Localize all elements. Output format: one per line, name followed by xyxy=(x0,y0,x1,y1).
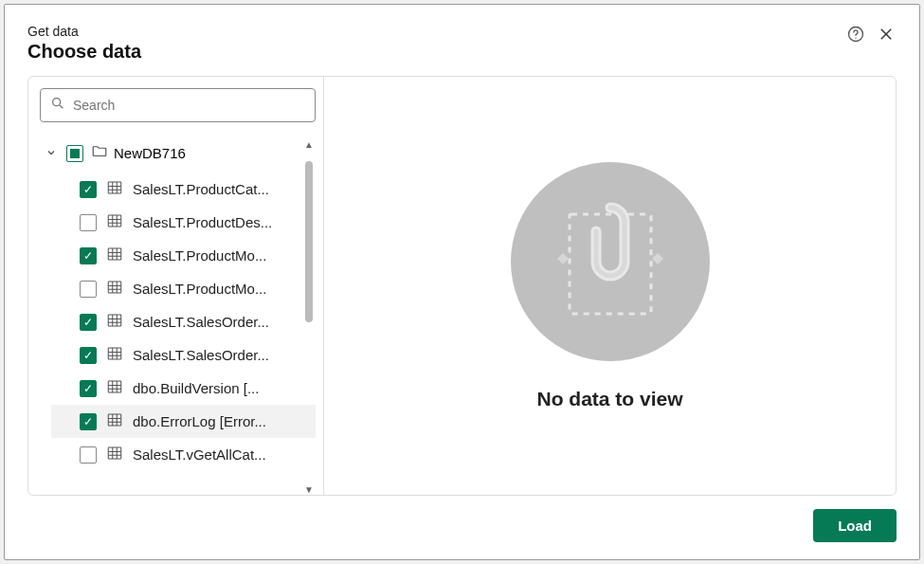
table-row[interactable]: dbo.ErrorLog [Error... xyxy=(51,405,316,438)
table-icon xyxy=(106,445,123,464)
folder-icon xyxy=(91,143,106,163)
table-row[interactable]: SalesLT.ProductCat... xyxy=(51,173,316,206)
table-label: SalesLT.ProductDes... xyxy=(133,214,272,230)
svg-rect-26 xyxy=(108,315,121,326)
tree-wrap: NewDB716 SalesLT.ProductCat...SalesLT.Pr… xyxy=(40,139,316,495)
svg-point-4 xyxy=(53,99,61,106)
header-subtitle: Get data xyxy=(27,24,141,39)
placeholder-graphic xyxy=(511,162,710,361)
svg-rect-6 xyxy=(108,182,121,193)
table-label: SalesLT.SalesOrder... xyxy=(133,314,269,330)
table-icon xyxy=(106,411,123,431)
table-label: SalesLT.ProductMo... xyxy=(133,247,266,264)
tree-scroll[interactable]: NewDB716 SalesLT.ProductCat...SalesLT.Pr… xyxy=(40,139,316,495)
table-label: dbo.BuildVersion [... xyxy=(133,380,259,396)
table-checkbox[interactable] xyxy=(80,181,97,198)
help-icon[interactable] xyxy=(845,24,866,45)
table-label: SalesLT.SalesOrder... xyxy=(133,347,269,363)
svg-point-1 xyxy=(855,38,856,39)
table-label: SalesLT.ProductCat... xyxy=(133,181,269,197)
scrollbar[interactable]: ▲ ▼ xyxy=(304,139,314,495)
svg-rect-21 xyxy=(108,282,121,293)
modal-header: Get data Choose data xyxy=(27,24,897,63)
database-checkbox[interactable] xyxy=(66,145,83,162)
table-row[interactable]: dbo.BuildVersion [... xyxy=(51,372,316,405)
table-row[interactable]: SalesLT.SalesOrder... xyxy=(51,338,316,372)
table-row[interactable]: SalesLT.ProductMo... xyxy=(51,272,316,305)
get-data-modal: Get data Choose data xyxy=(4,4,920,560)
search-icon xyxy=(50,96,65,115)
svg-rect-16 xyxy=(108,248,121,260)
database-name: NewDB716 xyxy=(114,145,186,161)
table-icon xyxy=(106,312,123,332)
table-checkbox[interactable] xyxy=(80,446,97,464)
svg-rect-51 xyxy=(570,214,651,314)
search-box[interactable] xyxy=(40,88,316,122)
svg-line-5 xyxy=(60,105,63,108)
table-label: SalesLT.ProductMo... xyxy=(133,281,266,297)
table-icon xyxy=(106,345,123,365)
table-icon xyxy=(106,179,123,199)
table-row[interactable]: SalesLT.SalesOrder... xyxy=(51,305,316,338)
content-box: NewDB716 SalesLT.ProductCat...SalesLT.Pr… xyxy=(27,76,897,496)
table-checkbox[interactable] xyxy=(80,413,97,430)
svg-rect-46 xyxy=(108,447,121,459)
scroll-up-icon[interactable]: ▲ xyxy=(304,139,314,150)
scroll-down-icon[interactable]: ▼ xyxy=(304,484,314,495)
search-input[interactable] xyxy=(73,98,305,113)
table-row[interactable]: SalesLT.ProductDes... xyxy=(51,206,316,239)
table-row[interactable]: SalesLT.ProductMo... xyxy=(51,239,316,272)
header-icons xyxy=(845,24,897,45)
table-icon xyxy=(106,378,123,398)
placeholder-text: No data to view xyxy=(536,388,682,410)
table-list: SalesLT.ProductCat...SalesLT.ProductDes.… xyxy=(51,173,316,471)
load-button[interactable]: Load xyxy=(813,509,897,542)
svg-rect-36 xyxy=(108,381,121,392)
table-label: SalesLT.vGetAllCat... xyxy=(133,446,266,463)
database-row[interactable]: NewDB716 xyxy=(40,139,316,167)
close-icon[interactable] xyxy=(876,24,897,45)
table-checkbox[interactable] xyxy=(80,380,97,397)
table-checkbox[interactable] xyxy=(80,347,97,364)
svg-rect-31 xyxy=(108,348,121,359)
table-icon xyxy=(106,212,123,232)
table-icon xyxy=(106,279,123,299)
header-texts: Get data Choose data xyxy=(27,24,141,63)
table-checkbox[interactable] xyxy=(80,247,97,264)
navigator-pane: NewDB716 SalesLT.ProductCat...SalesLT.Pr… xyxy=(28,77,324,495)
table-label: dbo.ErrorLog [Error... xyxy=(133,413,266,429)
table-row[interactable]: SalesLT.vGetAllCat... xyxy=(51,438,316,471)
header-title: Choose data xyxy=(27,41,141,63)
preview-pane: No data to view xyxy=(324,77,896,495)
svg-rect-41 xyxy=(108,414,121,426)
table-checkbox[interactable] xyxy=(80,281,97,298)
modal-footer: Load xyxy=(27,509,897,542)
chevron-down-icon[interactable] xyxy=(44,145,59,161)
scroll-thumb[interactable] xyxy=(305,161,313,322)
table-checkbox[interactable] xyxy=(80,314,97,331)
table-checkbox[interactable] xyxy=(80,214,97,231)
svg-rect-11 xyxy=(108,215,121,227)
table-icon xyxy=(106,246,123,265)
